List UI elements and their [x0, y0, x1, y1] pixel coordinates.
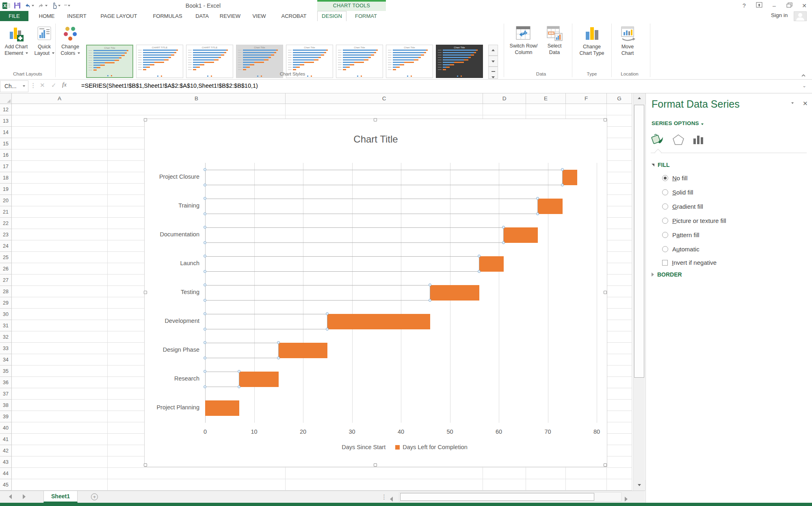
radio-button-icon[interactable] — [662, 218, 668, 224]
excel-logo-icon[interactable]: X — [2, 2, 10, 9]
chart-selection-handle[interactable] — [144, 291, 147, 294]
row-header-14[interactable]: 14 — [0, 127, 12, 138]
bar-days-left[interactable] — [205, 400, 239, 416]
ribbon-tab-design[interactable]: DESIGN — [317, 11, 346, 21]
save-icon[interactable] — [14, 2, 21, 9]
series-selection-handle[interactable] — [204, 283, 206, 286]
help-button[interactable]: ? — [740, 2, 749, 9]
bar-days-since-start[interactable] — [205, 227, 504, 243]
series-selection-handle[interactable] — [204, 226, 206, 229]
sheet-tab-sheet1[interactable]: Sheet1 — [43, 491, 78, 503]
column-header-D[interactable]: D — [483, 93, 526, 104]
row-header-20[interactable]: 20 — [0, 195, 12, 206]
ribbon-tab-acrobat[interactable]: ACROBAT — [275, 11, 313, 21]
fill-section-header[interactable]: FILL — [652, 162, 670, 168]
ribbon-tab-file[interactable]: FILE — [0, 11, 28, 21]
bar-days-left[interactable] — [279, 343, 328, 358]
chart-selection-handle[interactable] — [374, 463, 377, 467]
quick-button[interactable]: QuickLayout — [32, 23, 56, 78]
vertical-scroll-thumb[interactable] — [634, 105, 644, 378]
ribbon-tab-review[interactable]: REVIEW — [217, 11, 244, 21]
series-selection-handle[interactable] — [561, 184, 564, 186]
series-selection-handle[interactable] — [478, 270, 481, 273]
radio-button-icon[interactable] — [662, 175, 668, 181]
row-header-36[interactable]: 36 — [0, 377, 12, 388]
gallery-more-button[interactable] — [488, 67, 498, 79]
bar-days-since-start[interactable] — [205, 199, 538, 214]
horizontal-scrollbar[interactable] — [399, 492, 621, 502]
formula-bar-splitter[interactable]: ••• — [32, 83, 34, 90]
series-selection-handle[interactable] — [238, 385, 240, 388]
chart-style-thumbnail-1[interactable]: Chart Title — [86, 45, 133, 78]
bar-days-since-start[interactable] — [205, 314, 327, 329]
scroll-down-button[interactable] — [633, 480, 645, 491]
row-header-17[interactable]: 17 — [0, 161, 12, 172]
bar-days-left[interactable] — [479, 256, 504, 272]
series-selection-handle[interactable] — [204, 385, 206, 388]
new-sheet-button[interactable]: + — [91, 493, 98, 500]
row-header-24[interactable]: 24 — [0, 240, 12, 252]
radio-button-icon[interactable] — [662, 189, 668, 195]
row-header-31[interactable]: 31 — [0, 320, 12, 331]
ribbon-tab-data[interactable]: DATA — [192, 11, 212, 21]
row-header-32[interactable]: 32 — [0, 331, 12, 343]
ribbon-tab-home[interactable]: HOME — [34, 11, 59, 21]
gallery-scroll-down-button[interactable] — [488, 56, 498, 67]
series-selection-handle[interactable] — [561, 168, 564, 171]
bar-days-left[interactable] — [327, 314, 430, 329]
bar-days-left[interactable] — [430, 285, 479, 301]
radio-button-icon[interactable] — [662, 203, 668, 210]
column-header-F[interactable]: F — [566, 93, 607, 104]
row-header-43[interactable]: 43 — [0, 456, 12, 468]
bar-days-since-start[interactable] — [205, 170, 563, 185]
series-selection-handle[interactable] — [277, 341, 280, 344]
row-header-33[interactable]: 33 — [0, 343, 12, 354]
fill-option-picture-or-texture-fill[interactable]: Picture or texture fill — [662, 217, 726, 224]
row-header-23[interactable]: 23 — [0, 229, 12, 240]
select-data-button[interactable]: SelectData — [541, 23, 568, 78]
row-header-34[interactable]: 34 — [0, 354, 12, 365]
chart-selection-handle[interactable] — [604, 463, 607, 467]
row-header-38[interactable]: 38 — [0, 400, 12, 411]
chart-legend[interactable]: Days Since StartDays Left for Completion — [205, 444, 597, 450]
bar-days-left[interactable] — [538, 199, 562, 214]
next-sheet-button[interactable] — [23, 494, 26, 499]
undo-button[interactable] — [24, 2, 34, 9]
collapse-ribbon-button[interactable] — [801, 71, 806, 79]
gantt-chart-object[interactable]: Chart Title Days Since StartDays Left fo… — [144, 119, 607, 467]
add-chart-button[interactable]: Add ChartElement — [1, 23, 32, 78]
cancel-formula-button[interactable]: ✕ — [40, 82, 45, 89]
fill-option-pattern-fill[interactable]: Pattern fill — [662, 231, 699, 238]
row-header-15[interactable]: 15 — [0, 138, 12, 149]
series-selection-handle[interactable] — [536, 212, 539, 215]
formula-bar-expand-icon[interactable]: ⌄ — [802, 83, 806, 89]
series-selection-handle[interactable] — [502, 241, 505, 244]
row-header-44[interactable]: 44 — [0, 468, 12, 479]
row-header-22[interactable]: 22 — [0, 218, 12, 229]
legend-item[interactable]: Days Since Start — [334, 444, 385, 450]
change-chart-type-button[interactable]: ChangeChart Type — [575, 23, 609, 78]
row-header-12[interactable]: 12 — [0, 104, 12, 115]
series-selection-handle[interactable] — [429, 299, 431, 302]
chart-style-thumbnail-8[interactable]: Chart Title — [436, 45, 483, 78]
customize-qat-icon[interactable] — [64, 5, 70, 6]
move-chart-button[interactable]: MoveChart — [614, 23, 641, 78]
series-selection-handle[interactable] — [204, 328, 206, 331]
chart-style-thumbnail-7[interactable]: Chart Title — [386, 45, 433, 78]
gallery-scroll-up-button[interactable] — [488, 45, 498, 56]
series-selection-handle[interactable] — [478, 255, 481, 257]
bar-days-since-start[interactable] — [205, 343, 279, 358]
row-header-42[interactable]: 42 — [0, 445, 12, 456]
touch-mode-icon[interactable] — [51, 2, 61, 9]
row-header-21[interactable]: 21 — [0, 206, 12, 218]
select-all-corner[interactable] — [0, 93, 12, 104]
series-selection-handle[interactable] — [204, 241, 206, 244]
row-header-30[interactable]: 30 — [0, 309, 12, 320]
row-header-26[interactable]: 26 — [0, 263, 12, 275]
chart-style-thumbnail-6[interactable]: Chart Title — [336, 45, 383, 78]
fill-option-solid-fill[interactable]: Solid fill — [662, 189, 693, 196]
chart-selection-handle[interactable] — [604, 291, 607, 294]
series-selection-handle[interactable] — [204, 255, 206, 257]
user-avatar[interactable] — [794, 11, 807, 21]
enter-formula-button[interactable]: ✓ — [51, 82, 56, 89]
